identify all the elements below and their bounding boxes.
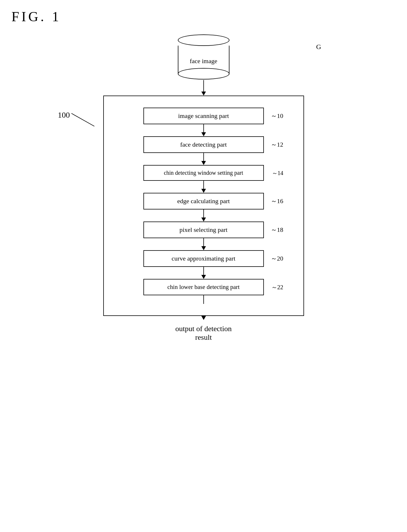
process-box-12: face detecting part ～12 xyxy=(143,136,264,153)
process-ref-14: ～14 xyxy=(272,169,283,177)
process-box-22: chin lower base detecting part ～22 xyxy=(143,279,264,295)
page-title: FIG. 1 xyxy=(11,9,61,24)
process-ref-16: ～16 xyxy=(271,197,283,205)
process-ref-18: ～18 xyxy=(271,226,283,234)
main-process-box: 100 image scanning part ～10 face detecti… xyxy=(103,96,304,316)
database-ref-label: G xyxy=(316,43,321,51)
database-symbol: face image xyxy=(178,34,229,74)
process-ref-22: ～22 xyxy=(271,283,283,291)
output-label: output of detectionresult xyxy=(175,325,231,342)
process-ref-12: ～12 xyxy=(271,140,283,149)
database-label: face image xyxy=(190,57,217,65)
process-box-18: pixel selecting part ～18 xyxy=(143,222,264,238)
process-box-14: chin detecting window setting part ～14 xyxy=(143,165,264,181)
svg-line-0 xyxy=(71,113,94,126)
process-box-10: image scanning part ～10 xyxy=(143,108,264,124)
process-box-20: curve approximating part ～20 xyxy=(143,250,264,267)
process-ref-20: ～20 xyxy=(271,254,283,263)
main-box-ref-label: 100 xyxy=(58,110,70,120)
process-box-16: edge calculating part ～16 xyxy=(143,193,264,209)
process-ref-10: ～10 xyxy=(271,112,283,120)
